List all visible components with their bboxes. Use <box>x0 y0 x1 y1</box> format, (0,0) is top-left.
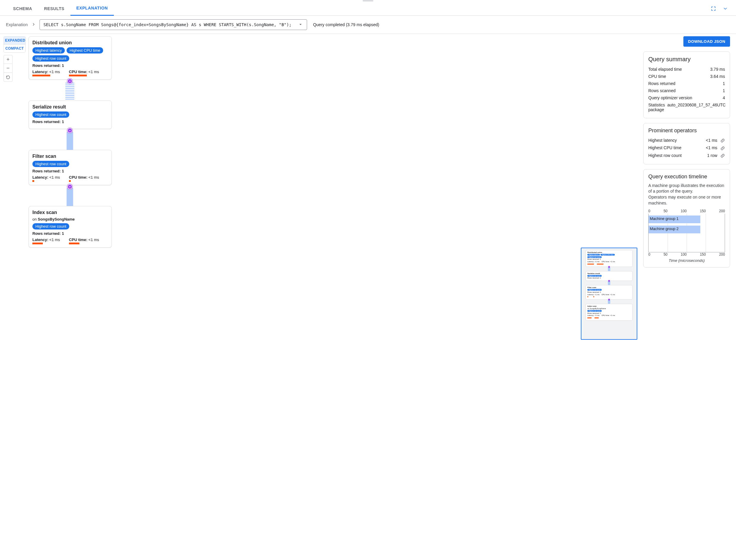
plan-cpu: CPU time: <1 ms <box>69 175 99 182</box>
collapse-icon[interactable] <box>67 78 73 84</box>
plan-connector <box>67 185 73 206</box>
prominent-value: <1 ms <box>706 138 725 143</box>
timeline-bar: Machine group 2 <box>649 226 700 233</box>
timeline-xlabel: Time (microseconds) <box>648 258 725 263</box>
plan-node-title: Index scan <box>32 210 108 215</box>
plan-pill: Highest row count <box>32 161 69 167</box>
chevron-down-icon[interactable] <box>722 5 729 12</box>
view-mode-toggle: EXPANDED COMPACT <box>4 36 26 53</box>
summary-row: Rows returned1 <box>648 80 725 87</box>
reset-view-button[interactable] <box>4 73 12 82</box>
plan-node-subtitle: on SongsBySongName <box>32 217 108 221</box>
prominent-row: Highest row count1 row <box>648 152 725 159</box>
tab-results[interactable]: RESULTS <box>38 1 70 16</box>
timeline-desc-2: Operators may execute on one or more mac… <box>648 195 721 205</box>
plan-pill: Highest row count <box>32 55 69 62</box>
plan-node-title: Distributed union <box>32 40 108 45</box>
zoom-out-button[interactable]: − <box>4 64 12 73</box>
timeline-gridline <box>706 214 706 252</box>
dropdown-caret-icon <box>298 22 303 28</box>
summary-row: Query optimizer version4 <box>648 94 725 101</box>
plan-pill: Highest latency <box>32 47 65 54</box>
plan-node[interactable]: Index scanon SongsBySongNameHighest row … <box>29 206 112 248</box>
breadcrumb-label: Explanation <box>6 22 28 27</box>
summary-value: 4 <box>723 95 725 100</box>
summary-key: CPU time <box>648 74 666 79</box>
plan-node[interactable]: Filter scanHighest row countRows returne… <box>29 150 112 185</box>
query-text: SELECT s.SongName FROM Songs@{force_inde… <box>43 22 291 27</box>
timeline-chart: 050100150200 Machine group 1Machine grou… <box>648 209 725 262</box>
summary-key: Query optimizer version <box>648 95 692 100</box>
query-status: Query completed (3.79 ms elapsed) <box>313 22 379 27</box>
link-icon[interactable] <box>720 146 725 151</box>
summary-value: 3.79 ms <box>710 67 725 72</box>
prominent-key: Highest CPU time <box>648 145 681 150</box>
expanded-button[interactable]: EXPANDED <box>4 37 25 44</box>
summary-row: CPU time3.64 ms <box>648 73 725 80</box>
zoom-in-button[interactable]: + <box>4 55 12 64</box>
plan-rows: Rows returned: 1 <box>32 63 108 68</box>
timeline-tick: 150 <box>700 252 706 257</box>
chevron-right-icon <box>31 22 36 28</box>
plan-pill: Highest row count <box>32 223 69 229</box>
collapse-icon[interactable] <box>67 128 73 133</box>
prominent-operators-card: Prominent operators Highest latency<1 ms… <box>643 123 730 164</box>
timeline-tick: 0 <box>648 209 650 213</box>
fullscreen-icon[interactable] <box>710 5 717 12</box>
tab-explanation[interactable]: EXPLANATION <box>70 1 114 16</box>
plan-cpu: CPU time: <1 ms <box>69 70 99 76</box>
plan-node[interactable]: Distributed unionHighest latencyHighest … <box>29 36 112 80</box>
timeline-desc-1: A machine group illustrates the executio… <box>648 183 724 194</box>
timeline-tick: 0 <box>648 252 650 257</box>
plan-cpu: CPU time: <1 ms <box>69 237 99 244</box>
timeline-tick: 50 <box>663 252 667 257</box>
prominent-row: Highest CPU time<1 ms <box>648 144 725 152</box>
query-summary-title: Query summary <box>648 56 725 63</box>
compact-button[interactable]: COMPACT <box>4 44 25 52</box>
minimap-node: Serialize result Highest row count Rows … <box>586 271 633 281</box>
execution-timeline-card: Query execution timeline A machine group… <box>643 169 730 268</box>
timeline-tick: 200 <box>719 209 725 213</box>
plan-rows: Rows returned: 1 <box>32 119 108 124</box>
plan-rows: Rows returned: 1 <box>32 169 108 173</box>
timeline-tick: 100 <box>681 209 687 213</box>
link-icon[interactable] <box>720 138 725 143</box>
tab-schema[interactable]: SCHEMA <box>7 1 38 16</box>
plan-connector <box>67 129 73 150</box>
plan-node[interactable]: Serialize resultHighest row countRows re… <box>29 100 112 129</box>
prominent-row: Highest latency<1 ms <box>648 137 725 144</box>
minimap-node: Distributed union Highest latencyHighest… <box>586 250 633 267</box>
query-summary-card: Query summary Total elapsed time3.79 msC… <box>643 51 730 118</box>
timeline-tick: 100 <box>681 252 687 257</box>
prominent-value: 1 row <box>707 153 725 158</box>
minimap-node: Index scan on SongsBySongName Highest ro… <box>586 304 633 321</box>
timeline-tick: 200 <box>719 252 725 257</box>
collapse-icon[interactable] <box>67 184 73 189</box>
query-bar: Explanation SELECT s.SongName FROM Songs… <box>0 16 736 34</box>
plan-tree: Distributed unionHighest latencyHighest … <box>29 36 639 340</box>
link-icon[interactable] <box>720 153 725 158</box>
plan-node-title: Filter scan <box>32 154 108 159</box>
summary-key: Rows scanned <box>648 88 676 93</box>
summary-value: 3.64 ms <box>710 74 725 79</box>
summary-row: Rows scanned1 <box>648 87 725 94</box>
summary-key: Rows returned <box>648 81 675 86</box>
prominent-key: Highest row count <box>648 153 682 158</box>
summary-value: auto_20230608_17_57_46UTC <box>667 103 726 112</box>
plan-pill: Highest CPU time <box>67 47 103 54</box>
prominent-operators-title: Prominent operators <box>648 128 725 134</box>
timeline-tick: 150 <box>700 209 706 213</box>
plan-node-title: Serialize result <box>32 104 108 110</box>
plan-latency: Latency: <1 ms <box>32 70 60 76</box>
summary-row: Total elapsed time3.79 ms <box>648 66 725 73</box>
query-selector[interactable]: SELECT s.SongName FROM Songs@{force_inde… <box>40 19 307 30</box>
summary-value: 1 <box>723 88 725 93</box>
tab-bar: SCHEMA RESULTS EXPLANATION <box>0 1 736 16</box>
download-json-button[interactable]: DOWNLOAD JSON <box>683 36 730 47</box>
summary-key: Total elapsed time <box>648 67 682 72</box>
plan-latency: Latency: <1 ms <box>32 237 60 244</box>
summary-key: Statistics package <box>648 103 665 112</box>
minimap[interactable]: Distributed union Highest latencyHighest… <box>581 248 637 340</box>
minimap-node: Filter scan Highest row count Rows retur… <box>586 285 633 300</box>
summary-row: Statistics packageauto_20230608_17_57_46… <box>648 101 725 113</box>
